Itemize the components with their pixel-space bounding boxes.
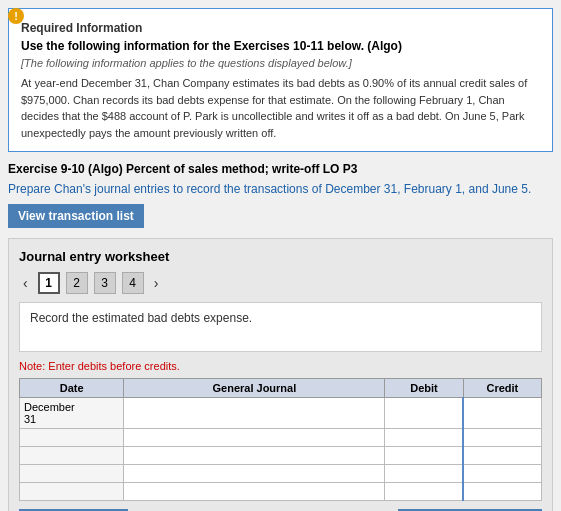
general-cell-4[interactable] xyxy=(124,465,385,483)
journal-worksheet-box: Journal entry worksheet ‹ 1 2 3 4 › Reco… xyxy=(8,238,553,511)
debit-input-5[interactable] xyxy=(389,486,458,498)
journal-table: Date General Journal Debit Credit Decemb… xyxy=(19,378,542,501)
credit-input-2[interactable] xyxy=(468,432,537,444)
debit-input-2[interactable] xyxy=(389,432,458,444)
required-info-subheading: [The following information applies to th… xyxy=(21,57,540,69)
general-input-2[interactable] xyxy=(128,432,380,444)
date-cell-2 xyxy=(20,429,124,447)
credit-input-3[interactable] xyxy=(468,450,537,462)
general-cell-1[interactable] xyxy=(124,398,385,429)
debit-cell-4[interactable] xyxy=(385,465,463,483)
general-cell-5[interactable] xyxy=(124,483,385,501)
credit-input-1[interactable] xyxy=(468,407,537,419)
general-cell-3[interactable] xyxy=(124,447,385,465)
required-info-box: ! Required Information Use the following… xyxy=(8,8,553,152)
debit-input-3[interactable] xyxy=(389,450,458,462)
debit-cell-3[interactable] xyxy=(385,447,463,465)
date-cell-5 xyxy=(20,483,124,501)
debit-cell-5[interactable] xyxy=(385,483,463,501)
col-header-date: Date xyxy=(20,379,124,398)
pagination-row: ‹ 1 2 3 4 › xyxy=(19,272,542,294)
exercise-description-highlight: December 31, February 1, and June 5. xyxy=(325,182,531,196)
credit-cell-1[interactable] xyxy=(463,398,541,429)
general-input-5[interactable] xyxy=(128,486,380,498)
exercise-description: Prepare Chan's journal entries to record… xyxy=(8,182,553,196)
view-transaction-button[interactable]: View transaction list xyxy=(8,204,144,228)
table-row xyxy=(20,483,542,501)
required-info-title: Required Information xyxy=(21,21,540,35)
date-cell-1: December31 xyxy=(20,398,124,429)
credit-cell-3[interactable] xyxy=(463,447,541,465)
debit-cell-1[interactable] xyxy=(385,398,463,429)
col-header-general: General Journal xyxy=(124,379,385,398)
note-text: Note: Enter debits before credits. xyxy=(19,360,542,372)
journal-worksheet-title: Journal entry worksheet xyxy=(19,249,542,264)
pagination-prev[interactable]: ‹ xyxy=(19,273,32,293)
pagination-next[interactable]: › xyxy=(150,273,163,293)
page-4[interactable]: 4 xyxy=(122,272,144,294)
table-row: December31 xyxy=(20,398,542,429)
table-row xyxy=(20,429,542,447)
instruction-box: Record the estimated bad debts expense. xyxy=(19,302,542,352)
page-1[interactable]: 1 xyxy=(38,272,60,294)
col-header-credit: Credit xyxy=(463,379,541,398)
exercise-title: Exercise 9-10 (Algo) Percent of sales me… xyxy=(8,162,553,176)
page-2[interactable]: 2 xyxy=(66,272,88,294)
debit-cell-2[interactable] xyxy=(385,429,463,447)
required-info-body: At year-end December 31, Chan Company es… xyxy=(21,75,540,141)
general-cell-2[interactable] xyxy=(124,429,385,447)
general-input-1[interactable] xyxy=(128,407,380,419)
date-cell-3 xyxy=(20,447,124,465)
table-row xyxy=(20,447,542,465)
info-icon: ! xyxy=(8,8,24,24)
credit-input-4[interactable] xyxy=(468,468,537,480)
page-3[interactable]: 3 xyxy=(94,272,116,294)
col-header-debit: Debit xyxy=(385,379,463,398)
date-cell-4 xyxy=(20,465,124,483)
credit-cell-2[interactable] xyxy=(463,429,541,447)
credit-cell-5[interactable] xyxy=(463,483,541,501)
debit-input-1[interactable] xyxy=(389,407,458,419)
table-row xyxy=(20,465,542,483)
general-input-4[interactable] xyxy=(128,468,380,480)
general-input-3[interactable] xyxy=(128,450,380,462)
credit-input-5[interactable] xyxy=(468,486,537,498)
exercise-description-prefix: Prepare Chan's journal entries to record… xyxy=(8,182,325,196)
credit-cell-4[interactable] xyxy=(463,465,541,483)
debit-input-4[interactable] xyxy=(389,468,458,480)
required-info-heading: Use the following information for the Ex… xyxy=(21,39,540,53)
